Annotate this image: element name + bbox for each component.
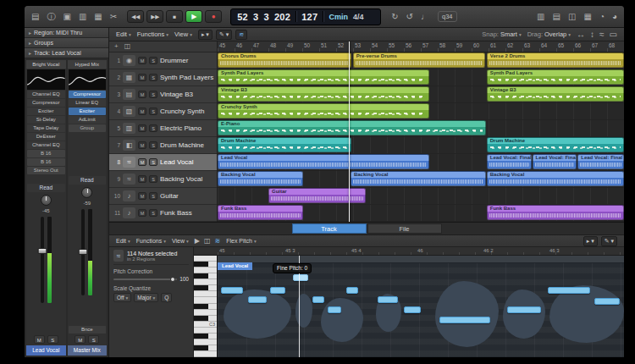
region-inspector-header[interactable]: ▸Region: MIDI Thru [25, 28, 108, 38]
solo-button[interactable]: S [149, 74, 157, 81]
region[interactable]: Crunchy Synth [218, 103, 429, 119]
white-key[interactable] [194, 310, 217, 316]
black-key[interactable] [194, 304, 217, 310]
flex-pitch-note[interactable] [346, 287, 358, 294]
lcd-beat[interactable]: 3 [253, 12, 258, 22]
region[interactable]: Vintage B3 [487, 86, 624, 102]
loop-browser-icon[interactable]: ◫ [568, 13, 576, 21]
track-header-electric-piano[interactable]: 5▥MSElectric Piano [109, 120, 217, 137]
region[interactable]: E-Piano [218, 120, 486, 135]
playhead[interactable] [349, 41, 350, 222]
mute-button[interactable]: M [138, 91, 146, 98]
solo-button[interactable]: S [149, 141, 157, 149]
lcd-division[interactable]: 3 [263, 12, 268, 22]
flex-pitch-note[interactable] [221, 287, 243, 294]
forward-button[interactable]: ▶▶ [146, 10, 163, 23]
lcd-tick[interactable]: 202 [274, 12, 290, 22]
flex-pitch-note[interactable] [328, 306, 341, 313]
mute-button[interactable]: M [138, 108, 146, 115]
pan-knob[interactable] [81, 187, 92, 198]
library-icon[interactable]: ▤ [31, 13, 39, 21]
mute-button[interactable]: M [138, 124, 146, 132]
editor-ruler[interactable]: 4545 345 44646 246 3 [194, 247, 624, 256]
region[interactable]: Pre-verse Drums [353, 52, 485, 68]
flex-pitch-note[interactable] [548, 287, 590, 294]
editors-icon[interactable]: ✂ [110, 13, 117, 21]
region[interactable]: Synth Pad Layers [218, 69, 429, 85]
black-key[interactable] [194, 273, 217, 279]
mute-button[interactable]: M [138, 192, 146, 200]
flex-pitch-note[interactable] [248, 296, 267, 303]
flex-toggle[interactable]: ≋ [235, 30, 247, 40]
region[interactable]: Backing Vocal [351, 171, 486, 186]
pencil-tool-select[interactable]: ✎ ▾ [216, 30, 232, 40]
solo-button[interactable]: S [149, 57, 157, 64]
editor-region-chip[interactable]: Lead Vocal [218, 262, 252, 270]
white-key[interactable] [194, 256, 217, 262]
editor-functions-menu[interactable]: Functions▾ [136, 238, 166, 244]
lcd-time-signature[interactable]: 4/4 [353, 13, 364, 21]
plugin-slot[interactable]: Exciter [27, 108, 65, 115]
bar-ruler[interactable]: 4546474849505152535455565758596061626364… [218, 41, 624, 52]
flex-pitch-note[interactable] [312, 296, 324, 303]
media-browser-icon[interactable]: ▦ [583, 13, 591, 21]
pointer-tool-select[interactable]: ▸ ▾ [583, 236, 598, 246]
plugin-slot[interactable]: Linear EQ [69, 99, 107, 107]
functions-menu[interactable]: Functions▾ [137, 30, 168, 38]
solo-button[interactable]: S [47, 335, 58, 344]
zoom-horizontal-icon[interactable]: ↔ [577, 30, 585, 39]
region[interactable]: Lead Vocal: Final Com [487, 154, 532, 169]
region[interactable]: Lead Vocal: Final Com [577, 154, 624, 169]
pitch-correction-slider[interactable] [113, 279, 177, 280]
plugin-slot[interactable]: Channel EQ [27, 91, 65, 98]
solo-button[interactable]: S [149, 209, 157, 217]
quantize-badge[interactable]: q34 [438, 11, 457, 22]
view-menu[interactable]: View▾ [174, 30, 192, 38]
catch-playhead-icon[interactable]: ▶ [195, 238, 200, 245]
flex-pitch-note[interactable] [378, 296, 398, 303]
track-header-funk-bass[interactable]: 11♪MSFunk Bass [109, 205, 217, 222]
zoom-presets-icon[interactable]: ▭ [610, 30, 617, 39]
scale-root-select[interactable]: Off▾ [113, 293, 131, 302]
region[interactable]: Lead Vocal: Final Com [533, 154, 577, 169]
mute-button[interactable]: M [138, 158, 146, 166]
routing-slot[interactable]: B 16 [27, 158, 65, 166]
solo-button[interactable]: S [88, 335, 99, 344]
replace-icon[interactable]: ↺ [406, 13, 413, 21]
piano-keys[interactable]: C3 [194, 256, 218, 357]
slider-knob[interactable] [170, 277, 175, 282]
region[interactable]: Chorus Drums [218, 52, 351, 68]
fader-cap[interactable] [37, 248, 47, 254]
bounce-button[interactable]: Bnce [69, 326, 107, 334]
track-header-lead-vocal[interactable]: 8≈MSLead Vocal [109, 154, 217, 171]
plugin-slot[interactable]: DeEsser [27, 133, 65, 141]
play-button[interactable]: ▶ [185, 10, 202, 23]
solo-button[interactable]: S [149, 175, 157, 183]
plugin-slot[interactable]: Tape Delay [27, 124, 65, 132]
flex-pitch-note[interactable] [507, 306, 541, 313]
mute-button[interactable]: M [75, 335, 86, 344]
automation-read-button[interactable]: Read [27, 184, 65, 192]
mute-button[interactable]: M [138, 175, 146, 183]
plugin-slot[interactable]: Compressor [27, 99, 65, 107]
lcd-display[interactable]: 52 3 3 202 127 Cmin 4/4 [230, 8, 381, 25]
black-key[interactable] [194, 285, 217, 291]
solo-button[interactable]: S [149, 108, 157, 115]
strip-track-label[interactable]: Lead Vocal [26, 345, 66, 356]
plugin-slot[interactable]: Exciter [69, 108, 107, 115]
track-header-vintage-b3[interactable]: 3▤MSVintage B3 [109, 86, 217, 103]
region[interactable]: Guitar [268, 188, 366, 203]
pointer-tool-select[interactable]: ▸ ▾ [198, 30, 213, 40]
edit-menu[interactable]: Edit▾ [116, 30, 131, 38]
automation-read-button[interactable]: Read [69, 176, 107, 185]
smart-controls-icon[interactable]: ▥ [79, 13, 86, 21]
region[interactable]: Backing Vocal [487, 171, 624, 186]
region[interactable]: Backing Vocal [218, 171, 303, 186]
region[interactable]: Synth Pad Layers [487, 69, 624, 85]
editor-edit-menu[interactable]: Edit▾ [116, 238, 130, 244]
white-key[interactable] [194, 328, 217, 334]
track-inspector-header[interactable]: ▸Track: Lead Vocal [25, 48, 108, 58]
flex-pitch-note[interactable] [404, 306, 421, 313]
tab-file[interactable]: File [367, 223, 442, 234]
rewind-button[interactable]: ◀◀ [127, 10, 144, 23]
